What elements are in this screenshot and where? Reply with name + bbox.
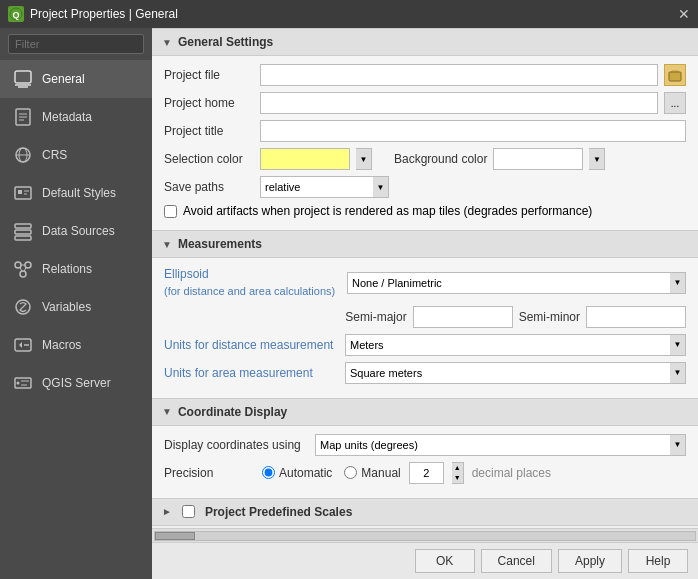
predefined-scales-header[interactable]: ► Project Predefined Scales (152, 498, 698, 526)
precision-spinner-arrows: ▲ ▼ (452, 462, 464, 484)
save-paths-arrow[interactable]: ▼ (373, 176, 389, 198)
semi-major-label: Semi-major (345, 310, 406, 324)
project-home-input[interactable] (260, 92, 658, 114)
project-home-label: Project home (164, 96, 254, 110)
sidebar-item-crs[interactable]: CRS (0, 136, 152, 174)
cancel-button[interactable]: Cancel (481, 549, 552, 573)
svg-point-29 (17, 382, 20, 385)
distance-input[interactable] (345, 334, 670, 356)
horizontal-scrollbar[interactable] (152, 528, 698, 542)
svg-rect-18 (15, 236, 31, 240)
background-color-button[interactable] (493, 148, 583, 170)
background-color-label: Background color (394, 152, 487, 166)
project-file-row: Project file (164, 64, 686, 86)
content-area: ▼ General Settings Project file (152, 28, 698, 528)
project-file-browse-button[interactable] (664, 64, 686, 86)
display-coordinates-arrow[interactable]: ▼ (670, 434, 686, 456)
sidebar-label-macros: Macros (42, 338, 81, 352)
display-coordinates-row: Display coordinates using ▼ (164, 434, 686, 456)
svg-rect-2 (15, 71, 31, 83)
relations-icon (12, 258, 34, 280)
ellipsoid-input[interactable] (347, 272, 670, 294)
sidebar-item-data-sources[interactable]: Data Sources (0, 212, 152, 250)
measurements-content: Ellipsoid(for distance and area calculat… (152, 258, 698, 398)
general-settings-content: Project file Project home ... (152, 56, 698, 230)
coordinate-display-header[interactable]: ▼ Coordinate Display (152, 398, 698, 426)
footer: OK Cancel Apply Help (152, 542, 698, 579)
area-row: Units for area measurement ▼ (164, 362, 686, 384)
precision-auto-option[interactable]: Automatic (262, 466, 332, 480)
help-button[interactable]: Help (628, 549, 688, 573)
project-file-label: Project file (164, 68, 254, 82)
sidebar-item-variables[interactable]: Variables (0, 288, 152, 326)
selection-color-button[interactable] (260, 148, 350, 170)
sidebar-label-data-sources: Data Sources (42, 224, 115, 238)
background-color-dropdown[interactable]: ▼ (589, 148, 605, 170)
svg-rect-17 (15, 230, 31, 234)
predefined-scales-arrow: ► (162, 506, 172, 517)
distance-arrow[interactable]: ▼ (670, 334, 686, 356)
h-scroll-thumb[interactable] (155, 532, 195, 540)
h-scroll-track[interactable] (154, 531, 696, 541)
sidebar-search-input[interactable] (8, 34, 144, 54)
coordinate-display-arrow: ▼ (162, 406, 172, 417)
precision-auto-radio[interactable] (262, 466, 275, 479)
measurements-title: Measurements (178, 237, 262, 251)
color-row: Selection color ▼ Background color ▼ (164, 148, 686, 170)
area-arrow[interactable]: ▼ (670, 362, 686, 384)
project-home-browse-button[interactable]: ... (664, 92, 686, 114)
sidebar-item-macros[interactable]: Macros (0, 326, 152, 364)
sidebar-item-default-styles[interactable]: Default Styles (0, 174, 152, 212)
ellipsoid-arrow[interactable]: ▼ (670, 272, 686, 294)
project-home-row: Project home ... (164, 92, 686, 114)
semi-minor-label: Semi-minor (519, 310, 580, 324)
general-settings-arrow: ▼ (162, 37, 172, 48)
precision-increment-button[interactable]: ▲ (452, 463, 463, 473)
project-title-input[interactable] (260, 120, 686, 142)
sidebar-label-relations: Relations (42, 262, 92, 276)
area-label: Units for area measurement (164, 366, 339, 380)
decimal-places-label: decimal places (472, 466, 551, 480)
project-file-input[interactable] (260, 64, 658, 86)
semi-row: Semi-major Semi-minor (164, 306, 686, 328)
sidebar-item-general[interactable]: General (0, 60, 152, 98)
default-styles-icon (12, 182, 34, 204)
sidebar-label-general: General (42, 72, 85, 86)
semi-major-input[interactable] (413, 306, 513, 328)
measurements-header[interactable]: ▼ Measurements (152, 230, 698, 258)
sidebar-item-qgis-server[interactable]: QGIS Server (0, 364, 152, 402)
precision-auto-label: Automatic (279, 466, 332, 480)
sidebar-item-relations[interactable]: Relations (0, 250, 152, 288)
data-sources-icon (12, 220, 34, 242)
display-coordinates-input[interactable] (315, 434, 670, 456)
semi-minor-input[interactable] (586, 306, 686, 328)
apply-button[interactable]: Apply (558, 549, 622, 573)
selection-color-dropdown[interactable]: ▼ (356, 148, 372, 170)
general-settings-header[interactable]: ▼ General Settings (152, 28, 698, 56)
save-paths-input[interactable] (260, 176, 373, 198)
sidebar-search-box (0, 28, 152, 60)
avoid-artifacts-checkbox[interactable] (164, 205, 177, 218)
close-button[interactable]: ✕ (678, 6, 690, 22)
save-paths-row: Save paths ▼ (164, 176, 686, 198)
sidebar-item-metadata[interactable]: Metadata (0, 98, 152, 136)
general-icon (12, 68, 34, 90)
area-input[interactable] (345, 362, 670, 384)
precision-label: Precision (164, 466, 254, 480)
precision-manual-option[interactable]: Manual (344, 466, 400, 480)
general-settings-title: General Settings (178, 35, 273, 49)
right-panel: ▼ General Settings Project file (152, 28, 698, 579)
coordinate-display-title: Coordinate Display (178, 405, 287, 419)
app-icon: Q (8, 6, 24, 22)
svg-point-21 (20, 271, 26, 277)
predefined-scales-checkbox[interactable] (182, 505, 195, 518)
sidebar-label-variables: Variables (42, 300, 91, 314)
precision-decrement-button[interactable]: ▼ (452, 473, 463, 483)
precision-manual-radio[interactable] (344, 466, 357, 479)
qgis-server-icon (12, 372, 34, 394)
ok-button[interactable]: OK (415, 549, 475, 573)
metadata-icon (12, 106, 34, 128)
title-bar: Q Project Properties | General ✕ (0, 0, 698, 28)
precision-value-input[interactable] (409, 462, 444, 484)
sidebar: General Metadata CRS (0, 28, 152, 579)
